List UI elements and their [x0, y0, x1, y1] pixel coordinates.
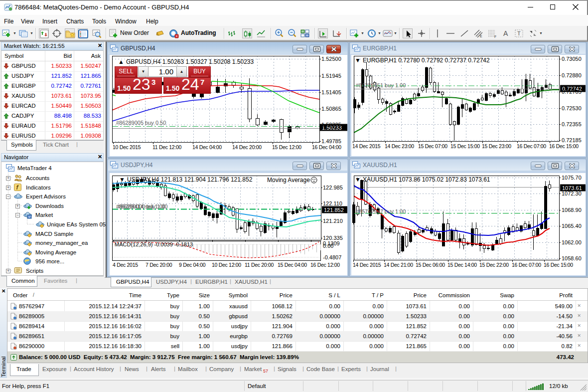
svg-text:16 Dec 07:00: 16 Dec 07:00	[512, 262, 541, 268]
svg-text:7 Dec 20:00: 7 Dec 20:00	[146, 262, 172, 268]
svg-text:121.210: 121.210	[323, 218, 343, 224]
svg-text:121.852: 121.852	[324, 207, 344, 213]
svg-text:15 Dec 23:00: 15 Dec 23:00	[482, 143, 511, 149]
svg-text:14 Dec 04:00: 14 Dec 04:00	[192, 144, 222, 150]
svg-text:#86289651 buy 1.00: #86289651 buy 1.00	[356, 82, 406, 88]
svg-text:USDJPY,H4 121.813 121.904 121: USDJPY,H4 121.813 121.904 121.796 121.85…	[127, 176, 253, 183]
svg-text:E: E	[480, 34, 482, 38]
svg-text:0.72185: 0.72185	[562, 137, 582, 143]
svg-text:0.72355: 0.72355	[562, 121, 582, 127]
svg-text:1.50325: 1.50325	[321, 122, 341, 128]
svg-text:0.72705: 0.72705	[562, 89, 582, 95]
svg-text:16 Dec 04:00: 16 Dec 04:00	[312, 144, 341, 150]
svg-text:14 Dec 2015: 14 Dec 2015	[353, 262, 381, 268]
svg-text:MACD(12,26,9) -0.0039 -0.1813: MACD(12,26,9) -0.0039 -0.1813	[115, 241, 193, 247]
svg-text:GBPUSD,H4 1.50263 1.50327 1.5: GBPUSD,H4 1.50263 1.50327 1.50208 1.5023…	[126, 58, 254, 65]
svg-text:1062.00: 1062.00	[562, 239, 582, 245]
svg-text:15 Dec 14:00: 15 Dec 14:00	[447, 262, 477, 268]
svg-text:10 Dec 2015: 10 Dec 2015	[113, 144, 141, 150]
svg-text:0.00: 0.00	[323, 243, 333, 249]
svg-text:1073.61: 1073.61	[562, 185, 582, 191]
svg-text:1072.30: 1072.30	[562, 191, 582, 196]
svg-text:▲: ▲	[118, 58, 124, 65]
svg-text:15 Dec 06:00: 15 Dec 06:00	[416, 262, 445, 268]
svg-text:1065.40: 1065.40	[562, 223, 582, 229]
svg-text:1075.70: 1075.70	[562, 175, 582, 181]
svg-text:1.50865: 1.50865	[321, 106, 341, 112]
svg-text:15 Dec 15:00: 15 Dec 15:00	[450, 143, 480, 149]
svg-text:9 Dec 04:00: 9 Dec 04:00	[179, 262, 206, 268]
svg-text:#86289005 buy 0.50: #86289005 buy 0.50	[116, 120, 166, 126]
svg-text:1.49785: 1.49785	[321, 138, 341, 144]
svg-text:15 Dec 04:00: 15 Dec 04:00	[278, 262, 307, 268]
svg-text:14 Dec 23:00: 14 Dec 23:00	[385, 143, 414, 149]
svg-text:T: T	[517, 30, 521, 36]
svg-text:120.335: 120.335	[323, 235, 343, 241]
svg-text:16 Dec 12:00: 16 Dec 12:00	[310, 262, 340, 268]
svg-text:1058.60: 1058.60	[562, 255, 582, 261]
svg-text:122.985: 122.985	[323, 185, 343, 191]
svg-text:16 Dec 15:00: 16 Dec 15:00	[549, 143, 579, 149]
svg-text:XAUUSD,H1 1073.86 1075.02 107: XAUUSD,H1 1073.86 1075.02 1072.83 1073.6…	[363, 176, 490, 183]
svg-text:16 Dec 07:00: 16 Dec 07:00	[517, 143, 546, 149]
svg-text:Moving Average: Moving Average	[267, 177, 310, 184]
svg-text:14 Dec 2015: 14 Dec 2015	[352, 143, 381, 149]
svg-text:0.72880: 0.72880	[562, 72, 582, 78]
svg-text:1.52500: 1.52500	[321, 56, 341, 62]
svg-text:122.110: 122.110	[323, 200, 342, 206]
svg-text:1.51405: 1.51405	[321, 89, 341, 95]
svg-text:15 Dec 22:00: 15 Dec 22:00	[479, 262, 509, 268]
svg-text:▼: ▼	[355, 176, 361, 183]
svg-text:1068.90: 1068.90	[562, 207, 582, 213]
svg-text:11 Dec 20:00: 11 Dec 20:00	[245, 262, 274, 268]
svg-text:1.51945: 1.51945	[321, 73, 341, 79]
svg-text:10 Dec 12:00: 10 Dec 12:00	[212, 262, 241, 268]
svg-text:15 Dec 07:00: 15 Dec 07:00	[418, 143, 447, 149]
svg-text:15 Dec 12:00: 15 Dec 12:00	[272, 144, 301, 150]
svg-text:0.73050: 0.73050	[562, 56, 582, 62]
svg-text:11 Dec 12:00: 11 Dec 12:00	[152, 144, 182, 150]
svg-text:16 Dec 15:00: 16 Dec 15:00	[544, 262, 573, 268]
svg-text:#86290000 buy 1.00: #86290000 buy 1.00	[118, 203, 167, 209]
svg-text:EURGBP,H1 0.72780 0.72792 0.7: EURGBP,H1 0.72780 0.72792 0.72737 0.7274…	[363, 57, 490, 64]
svg-text:A: A	[503, 29, 508, 37]
svg-text:14 Dec 20:00: 14 Dec 20:00	[232, 144, 262, 150]
svg-text:-0.4807: -0.4807	[323, 254, 341, 260]
svg-text:▼: ▼	[119, 176, 125, 183]
svg-text:▼: ▼	[355, 57, 361, 64]
svg-text:4 Dec 2015: 4 Dec 2015	[113, 262, 138, 268]
svg-text:14 Dec 21:00: 14 Dec 21:00	[384, 262, 413, 268]
svg-text:0.72530: 0.72530	[562, 105, 582, 111]
svg-text:F: F	[494, 35, 496, 38]
